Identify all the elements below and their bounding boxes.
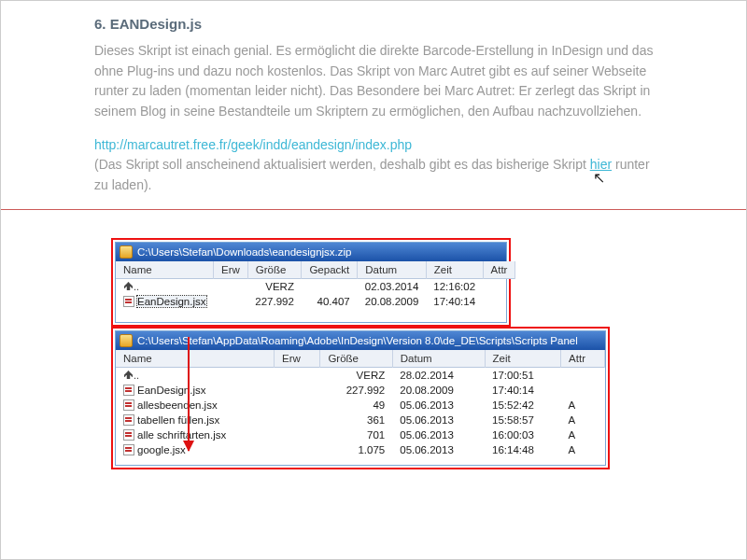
cell-time: 12:16:02	[426, 278, 483, 294]
cell-time: 15:52:42	[485, 398, 561, 413]
cell-date: 05.06.2013	[392, 413, 485, 427]
cell-erw	[275, 427, 320, 442]
section-title: 6. EANDesign.js	[94, 16, 662, 32]
col-header[interactable]: Erw	[214, 261, 248, 279]
col-header[interactable]: Attr	[483, 261, 515, 279]
cell-attr	[483, 278, 515, 294]
cell-size: VERZ	[247, 278, 302, 294]
col-header[interactable]: Zeit	[485, 350, 561, 368]
cell-erw	[275, 413, 320, 427]
path-1: C:\Users\Stefan\Downloads\eandesignjsx.z…	[137, 246, 351, 258]
cell-name: 🡹..	[116, 278, 214, 294]
col-header[interactable]: Zeit	[426, 261, 483, 279]
file-icon	[123, 296, 134, 307]
cell-attr: A	[561, 398, 605, 413]
col-header[interactable]: Attr	[561, 350, 605, 368]
note-prefix: (Das Skript soll anscheinend aktualisier…	[94, 157, 590, 172]
cell-time: 17:40:14	[485, 383, 561, 398]
red-arrow	[188, 337, 190, 451]
download-link[interactable]: http://marcautret.free.fr/geek/indd/eand…	[94, 137, 412, 152]
col-header[interactable]: Erw	[275, 350, 320, 368]
folder-icon	[120, 245, 133, 259]
cell-packed: 40.407	[302, 294, 358, 309]
col-header[interactable]: Datum	[392, 350, 485, 368]
cell-erw	[275, 383, 320, 398]
cell-size: 227.992	[247, 294, 302, 309]
screenshot-zip: C:\Users\Stefan\Downloads\eandesignjsx.z…	[111, 238, 511, 327]
hier-link[interactable]: hier	[590, 157, 612, 172]
cell-size: 49	[320, 398, 392, 413]
cell-size: 701	[320, 427, 392, 442]
cell-erw	[214, 294, 248, 309]
cell-date: 05.06.2013	[392, 398, 485, 413]
cell-erw	[275, 367, 320, 383]
cell-time: 15:58:57	[485, 413, 561, 427]
titlebar-1: C:\Users\Stefan\Downloads\eandesignjsx.z…	[116, 243, 506, 261]
cell-time: 17:00:51	[485, 367, 561, 383]
cell-name: EanDesign.jsx	[116, 294, 214, 309]
cell-size: 227.992	[320, 383, 392, 398]
cell-attr	[483, 294, 515, 309]
cell-name: alle schriftarten.jsx	[116, 427, 275, 442]
cell-date: 02.03.2014	[358, 278, 427, 294]
cell-date: 20.08.2009	[392, 383, 485, 398]
cell-name: allesbeenden.jsx	[116, 398, 275, 413]
table-row[interactable]: EanDesign.jsx227.99240.40720.08.200917:4…	[116, 294, 515, 309]
col-header[interactable]: Gepackt	[302, 261, 358, 279]
file-icon	[123, 385, 134, 396]
file-icon	[123, 444, 134, 455]
cell-attr	[561, 383, 605, 398]
cell-name: 🡹..	[116, 367, 275, 383]
cell-packed	[302, 278, 358, 294]
columns-1: NameErwGrößeGepacktDatumZeitAttr	[116, 261, 515, 279]
file-icon	[123, 399, 134, 411]
cell-attr: A	[561, 442, 605, 457]
up-icon: 🡹..	[123, 370, 139, 381]
cell-name: google.jsx	[116, 442, 275, 457]
cell-size: 1.075	[320, 442, 392, 457]
section-link-block: http://marcautret.free.fr/geek/indd/eand…	[94, 135, 662, 196]
col-header[interactable]: Name	[116, 350, 275, 368]
col-header[interactable]: Größe	[247, 261, 302, 279]
cell-date: 28.02.2014	[392, 367, 485, 383]
file-icon	[123, 429, 134, 441]
col-header[interactable]: Datum	[358, 261, 427, 279]
cell-size: 361	[320, 413, 392, 427]
table-row[interactable]: 🡹..VERZ02.03.201412:16:02	[116, 278, 515, 294]
cell-erw	[275, 398, 320, 413]
file-icon	[123, 414, 134, 426]
divider	[1, 209, 746, 210]
col-header[interactable]: Name	[116, 261, 214, 279]
cell-name: EanDesign.jsx	[116, 383, 275, 398]
cell-erw	[214, 278, 248, 294]
cell-date: 20.08.2009	[358, 294, 427, 309]
path-2: C:\Users\Stefan\AppData\Roaming\Adobe\In…	[137, 335, 578, 346]
section-paragraph: Dieses Skript ist einach genial. Es ermö…	[94, 41, 662, 122]
cell-name: tabellen füllen.jsx	[116, 413, 275, 427]
cell-attr	[561, 367, 605, 383]
cell-size: VERZ	[320, 367, 392, 383]
col-header[interactable]: Größe	[320, 350, 392, 368]
cell-time: 16:00:03	[485, 427, 561, 442]
cell-attr: A	[561, 413, 605, 427]
folder-icon	[120, 334, 133, 347]
cell-erw	[275, 442, 320, 457]
cell-date: 05.06.2013	[392, 442, 485, 457]
cell-attr: A	[561, 427, 605, 442]
up-icon: 🡹..	[123, 281, 139, 292]
cell-time: 17:40:14	[426, 294, 483, 309]
cell-time: 16:14:48	[485, 442, 561, 457]
screenshots-area: C:\Users\Stefan\Downloads\eandesignjsx.z…	[1, 238, 746, 469]
cell-date: 05.06.2013	[392, 427, 485, 442]
